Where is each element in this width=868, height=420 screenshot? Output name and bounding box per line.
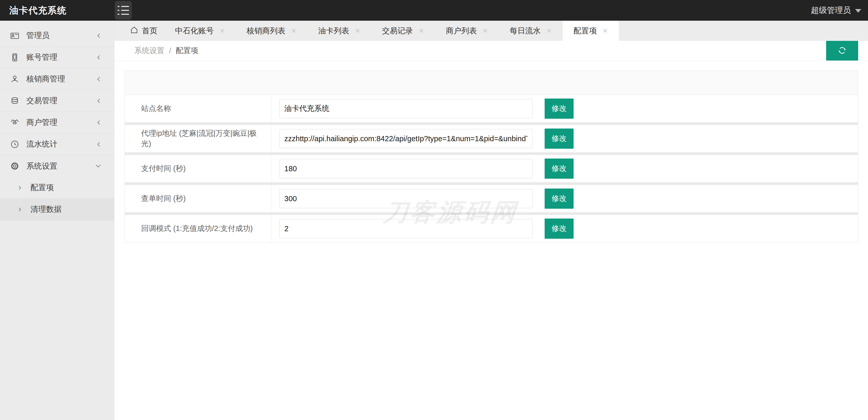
sidebar-item-verifiers[interactable]: 核销商管理 bbox=[0, 68, 115, 90]
close-icon[interactable]: ✕ bbox=[419, 28, 424, 34]
tab-label: 每日流水 bbox=[510, 26, 541, 36]
field-label: 支付时间 (秒) bbox=[125, 155, 271, 182]
handshake-icon bbox=[10, 118, 20, 127]
field-label: 查单时间 (秒) bbox=[125, 185, 271, 212]
user-icon bbox=[10, 74, 20, 84]
query-time-input[interactable] bbox=[279, 189, 532, 208]
config-row-query-time: 查单时间 (秒) 修改 bbox=[125, 185, 858, 212]
close-icon[interactable]: ✕ bbox=[355, 28, 360, 34]
menu-icon bbox=[118, 14, 129, 15]
tab-label: 中石化账号 bbox=[175, 26, 214, 36]
tab-config-active[interactable]: 配置项 ✕ bbox=[563, 21, 619, 41]
modify-button[interactable]: 修改 bbox=[545, 218, 574, 239]
sidebar-item-label: 管理员 bbox=[26, 30, 50, 41]
tab-label: 商户列表 bbox=[446, 26, 477, 36]
config-panel: 站点名称 修改 代理ip地址 (芝麻|流冠|万变|豌豆|极光) 修改 支付时间 … bbox=[125, 70, 858, 243]
app-title: 油卡代充系统 bbox=[9, 0, 67, 21]
close-icon[interactable]: ✕ bbox=[219, 28, 225, 34]
sidebar-item-accounts[interactable]: 账号管理 bbox=[0, 47, 115, 68]
tab-label: 油卡列表 bbox=[318, 26, 349, 36]
site-name-input[interactable] bbox=[279, 99, 532, 118]
tab-merchant-list[interactable]: 商户列表 ✕ bbox=[435, 21, 499, 41]
config-row-site-name: 站点名称 修改 bbox=[125, 95, 858, 122]
tab-label: 核销商列表 bbox=[247, 26, 285, 36]
sidebar-item-statistics[interactable]: 流水统计 bbox=[0, 133, 115, 155]
sidebar: 管理员 账号管理 核销商管理 bbox=[0, 21, 115, 420]
chevron-left-icon bbox=[96, 142, 101, 147]
field-area: 修改 bbox=[271, 215, 858, 242]
close-icon[interactable]: ✕ bbox=[602, 28, 608, 34]
callback-mode-input[interactable] bbox=[279, 219, 532, 238]
tab-bar: 首页 中石化账号 ✕ 核销商列表 ✕ 油卡列表 ✕ 交易记录 ✕ 商户列表 ✕ bbox=[115, 21, 868, 41]
sidebar-item-merchants[interactable]: 商户管理 bbox=[0, 112, 115, 133]
field-label: 站点名称 bbox=[125, 95, 271, 122]
sidebar-collapse-button[interactable] bbox=[115, 1, 132, 20]
sidebar-item-label: 系统设置 bbox=[26, 161, 57, 172]
config-row-proxy-ip: 代理ip地址 (芝麻|流冠|万变|豌豆|极光) 修改 bbox=[125, 125, 858, 152]
clock-icon bbox=[10, 140, 20, 149]
field-label: 代理ip地址 (芝麻|流冠|万变|豌豆|极光) bbox=[125, 125, 271, 152]
menu-icon bbox=[118, 10, 129, 11]
chevron-left-icon bbox=[96, 98, 101, 103]
breadcrumb-section[interactable]: 系统设置 bbox=[134, 46, 164, 56]
close-icon[interactable]: ✕ bbox=[291, 28, 297, 34]
app-root: 油卡代充系统 超级管理员 管理员 账号管理 bbox=[0, 0, 868, 420]
field-area: 修改 bbox=[271, 125, 858, 152]
sidebar-subitem-label: 配置项 bbox=[31, 182, 54, 193]
modify-button[interactable]: 修改 bbox=[545, 188, 574, 209]
tab-transaction-records[interactable]: 交易记录 ✕ bbox=[371, 21, 435, 41]
tab-verifier-list[interactable]: 核销商列表 ✕ bbox=[236, 21, 307, 41]
tab-label: 首页 bbox=[142, 26, 157, 36]
modify-button[interactable]: 修改 bbox=[545, 128, 574, 149]
sidebar-subitem-label: 清理数据 bbox=[31, 204, 62, 215]
panel-header bbox=[125, 70, 858, 95]
sidebar-item-label: 账号管理 bbox=[26, 52, 57, 63]
field-area: 修改 bbox=[271, 155, 858, 182]
chevron-left-icon bbox=[96, 33, 101, 38]
field-area: 修改 bbox=[271, 185, 858, 212]
tab-daily-flow[interactable]: 每日流水 ✕ bbox=[499, 21, 563, 41]
close-icon[interactable]: ✕ bbox=[483, 28, 488, 34]
config-row-pay-time: 支付时间 (秒) 修改 bbox=[125, 155, 858, 182]
tab-oilcard-list[interactable]: 油卡列表 ✕ bbox=[307, 21, 371, 41]
chevron-down-icon bbox=[95, 164, 101, 168]
caret-down-icon bbox=[855, 9, 861, 13]
sidebar-item-label: 流水统计 bbox=[26, 139, 57, 149]
database-icon bbox=[10, 96, 20, 106]
refresh-icon bbox=[837, 45, 847, 57]
sidebar-item-label: 交易管理 bbox=[26, 95, 57, 106]
tab-home[interactable]: 首页 bbox=[123, 21, 164, 41]
chevron-left-icon bbox=[96, 120, 101, 125]
id-card-icon bbox=[10, 31, 20, 40]
refresh-button[interactable] bbox=[826, 41, 858, 61]
sidebar-item-clean-data[interactable]: 清理数据 bbox=[0, 199, 115, 220]
sidebar-item-transactions[interactable]: 交易管理 bbox=[0, 90, 115, 112]
close-icon[interactable]: ✕ bbox=[547, 28, 552, 34]
user-name: 超级管理员 bbox=[811, 5, 851, 16]
menu-icon bbox=[118, 6, 129, 7]
breadcrumb-current: 配置项 bbox=[176, 46, 198, 56]
home-icon bbox=[130, 26, 138, 36]
gear-icon bbox=[10, 161, 20, 171]
breadcrumb-bar: 系统设置 / 配置项 bbox=[115, 41, 868, 61]
sidebar-item-label: 商户管理 bbox=[26, 117, 57, 128]
tab-sinopec-accounts[interactable]: 中石化账号 ✕ bbox=[164, 21, 236, 41]
user-menu[interactable]: 超级管理员 bbox=[811, 0, 861, 21]
proxy-ip-input[interactable] bbox=[279, 129, 532, 148]
sidebar-item-system-settings[interactable]: 系统设置 bbox=[0, 155, 115, 177]
field-area: 修改 bbox=[271, 95, 858, 122]
arrow-right-icon bbox=[18, 207, 23, 212]
chevron-left-icon bbox=[96, 77, 101, 82]
sidebar-item-label: 核销商管理 bbox=[26, 74, 65, 84]
modify-button[interactable]: 修改 bbox=[545, 158, 574, 179]
modify-button[interactable]: 修改 bbox=[545, 98, 574, 119]
top-bar: 油卡代充系统 超级管理员 bbox=[0, 0, 868, 21]
sidebar-item-admin[interactable]: 管理员 bbox=[0, 25, 115, 47]
breadcrumb-separator: / bbox=[169, 47, 171, 55]
tab-label: 配置项 bbox=[574, 26, 597, 36]
sidebar-item-config[interactable]: 配置项 bbox=[0, 177, 115, 199]
tab-content: 站点名称 修改 代理ip地址 (芝麻|流冠|万变|豌豆|极光) 修改 支付时间 … bbox=[115, 61, 868, 420]
field-label: 回调模式 (1:充值成功/2:支付成功) bbox=[125, 215, 271, 242]
pay-time-input[interactable] bbox=[279, 159, 532, 178]
arrow-right-icon bbox=[18, 185, 23, 190]
